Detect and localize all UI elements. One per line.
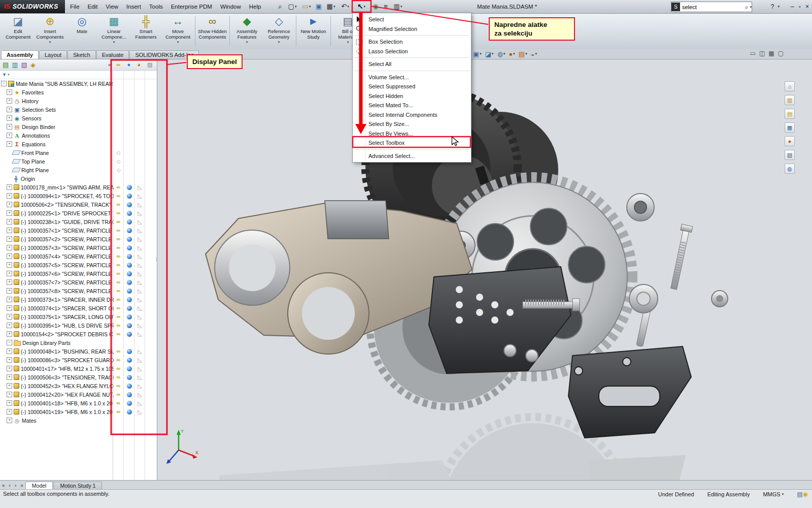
ribbon-edit-component-button[interactable]: ◪Edit Component bbox=[2, 13, 34, 49]
quicktool-print-button[interactable]: ▦▾ bbox=[324, 1, 338, 12]
display-appearance-cell[interactable]: ◺ bbox=[134, 226, 145, 235]
headsup-view-settings-icon[interactable]: ◒▾ bbox=[531, 50, 537, 58]
display-hide-cell[interactable]: ∞ bbox=[113, 192, 124, 200]
display-appearance-cell[interactable]: ◺ bbox=[134, 382, 145, 390]
display-appearance-cell[interactable]: ◺ bbox=[134, 243, 145, 252]
tree-item-top-plane[interactable]: Top Plane bbox=[0, 157, 114, 166]
menu-item-lasso-selection[interactable]: Lasso Selection bbox=[353, 47, 471, 56]
tree-item-selection-sets[interactable]: +▣Selection Sets bbox=[0, 105, 114, 114]
search-caret-icon[interactable]: ▾ bbox=[750, 5, 752, 9]
tab-assembly[interactable]: Assembly bbox=[1, 50, 39, 59]
display-appearance-cell[interactable]: ◺ bbox=[134, 295, 145, 304]
headsup-display-style-icon[interactable]: ◍▾ bbox=[497, 50, 505, 58]
ribbon-linear-compone-button[interactable]: ▦Linear Compone...▾ bbox=[98, 13, 130, 49]
display-appearance-cell[interactable]: ◺ bbox=[134, 312, 145, 321]
tree-expander-icon[interactable]: − bbox=[7, 340, 12, 345]
ribbon-assembly-features-button[interactable]: ◆Assembly Features▾ bbox=[231, 13, 263, 49]
tree-item-10000401-18-hfb-m6-x-1-0-x-20[interactable]: +(-) 10000401<18> "HFB, M6 x 1.0 x 20 bbox=[0, 399, 114, 407]
menu-item-box-selection[interactable]: Box Selection bbox=[353, 37, 471, 47]
tree-item-10000357-5-screw-particle-b[interactable]: +(-) 10000357<5> "SCREW, PARTICLE B bbox=[0, 261, 114, 269]
display-mode-cell[interactable] bbox=[124, 243, 134, 252]
eye-link[interactable] bbox=[629, 284, 658, 347]
display-appearance-cell[interactable]: ◺ bbox=[134, 356, 145, 364]
quicktool-file-properties-button[interactable]: ≡ bbox=[381, 1, 391, 12]
display-appearance-cell[interactable]: ◺ bbox=[134, 287, 145, 295]
display-appearance-cell[interactable]: ◺ bbox=[134, 192, 145, 200]
display-appearance-cell[interactable]: ◺ bbox=[134, 347, 145, 356]
menu-help[interactable]: Help bbox=[245, 0, 265, 13]
display-mode-cell[interactable] bbox=[124, 278, 134, 287]
tree-item-10000357-4-screw-particle-b[interactable]: +(-) 10000357<4> "SCREW, PARTICLE B bbox=[0, 252, 114, 261]
taskpane-file-explorer-icon[interactable]: ▤ bbox=[785, 109, 795, 119]
display-hide-cell[interactable]: ∞ bbox=[113, 217, 124, 226]
ribbon-move-component-button[interactable]: ↔Move Component▾ bbox=[162, 13, 194, 49]
display-appearance-cell[interactable]: ◺ bbox=[134, 209, 145, 217]
display-hide-cell[interactable]: ∞ bbox=[113, 407, 124, 416]
display-hide-cell[interactable]: ∞ bbox=[113, 373, 124, 382]
headsup-appearances-icon[interactable]: ●▾ bbox=[509, 50, 515, 58]
tree-item-10000238-1-guide-drive-trac[interactable]: +(-) 10000238<1> "GUIDE, DRIVE TRAC bbox=[0, 217, 114, 226]
tab-scroll-last-button[interactable]: » bbox=[18, 483, 25, 488]
display-appearance-cell[interactable]: ◺ bbox=[134, 330, 145, 338]
tree-item-front-plane[interactable]: Front Plane bbox=[0, 148, 114, 157]
display-hide-cell[interactable]: ∞ bbox=[113, 278, 124, 287]
tree-expander-icon[interactable]: + bbox=[7, 245, 12, 250]
tree-item-10000357-2-screw-particle-b[interactable]: +(-) 10000357<2> "SCREW, PARTICLE B bbox=[0, 235, 114, 243]
menu-item-select-internal-components[interactable]: Select Internal Components bbox=[353, 110, 471, 120]
tree-expander-icon[interactable]: + bbox=[7, 98, 12, 104]
display-appearance-cell[interactable]: ◺ bbox=[134, 269, 145, 278]
display-appearance-cell[interactable]: ◺ bbox=[134, 200, 145, 209]
tab-layout[interactable]: Layout bbox=[39, 50, 67, 59]
display-appearance-cell[interactable]: ◺ bbox=[134, 261, 145, 269]
quicktool-save-button[interactable]: ▣ bbox=[314, 1, 324, 12]
tree-expander-icon[interactable]: + bbox=[7, 262, 12, 268]
display-hide-cell[interactable]: ∞ bbox=[113, 364, 124, 373]
display-hide-cell[interactable]: ∞ bbox=[113, 287, 124, 295]
display-mode-cell[interactable] bbox=[124, 269, 134, 278]
tree-expander-icon[interactable]: + bbox=[7, 89, 12, 95]
viewport-pane-1-icon[interactable]: ▭ bbox=[750, 50, 756, 57]
tree-expander-icon[interactable]: + bbox=[7, 210, 12, 216]
taskpane-custom-properties-icon[interactable]: ▧ bbox=[785, 150, 795, 160]
tree-item-design-binder[interactable]: +▤Design Binder bbox=[0, 122, 114, 131]
display-mode-cell[interactable] bbox=[124, 312, 134, 321]
tree-expander-icon[interactable]: + bbox=[7, 219, 12, 225]
tab-scroll-next-button[interactable]: › bbox=[13, 483, 18, 488]
filter-caret-icon[interactable]: ▾ bbox=[8, 73, 10, 77]
menu-item-magnified-selection[interactable]: Magnified Selection bbox=[353, 24, 471, 34]
display-mode-cell[interactable] bbox=[124, 304, 134, 312]
panel-splitter[interactable]: ⋮ bbox=[154, 257, 159, 262]
close-window-button[interactable]: × bbox=[805, 0, 809, 13]
tree-expander-icon[interactable]: + bbox=[7, 193, 12, 199]
display-hide-cell[interactable]: ∞ bbox=[113, 200, 124, 209]
display-mode-cell[interactable] bbox=[124, 235, 134, 243]
search-icon[interactable]: ⌕ bbox=[745, 4, 750, 11]
tree-expander-icon[interactable]: + bbox=[7, 107, 12, 112]
menu-item-select-all[interactable]: Select All bbox=[353, 59, 471, 69]
display-hide-cell[interactable]: ∞ bbox=[113, 243, 124, 252]
tree-item-10000154-2-sprocket-debris-c[interactable]: +10000154<2> "SPROCKET DEBRIS C bbox=[0, 330, 114, 338]
display-appearance-cell[interactable]: ◺ bbox=[134, 183, 145, 192]
graphics-viewport[interactable]: Y X ⌂▥▤▦●▧◍ bbox=[158, 59, 812, 481]
display-mode-cell[interactable] bbox=[124, 192, 134, 200]
help-caret-icon[interactable]: ▾ bbox=[777, 0, 780, 13]
tree-expander-icon[interactable]: + bbox=[7, 418, 12, 423]
taskpane-view-palette-icon[interactable]: ▦ bbox=[785, 122, 795, 133]
panel-collapse-button[interactable]: « bbox=[108, 61, 111, 68]
tree-expander-icon[interactable]: + bbox=[7, 141, 12, 147]
tree-item-10000452-3-hex-flange-nylo[interactable]: +(-) 10000452<3> "HEX FLANGE NYLO bbox=[0, 382, 114, 390]
display-appearance-cell[interactable]: ◺ bbox=[134, 304, 145, 312]
tree-item-10000506-2-tensioner-track[interactable]: +10000506<2> "TENSIONER, TRACK" bbox=[0, 200, 114, 209]
quicktool-open-button[interactable]: ▭▾ bbox=[299, 1, 314, 12]
display-appearance-cell[interactable]: ◺ bbox=[134, 373, 145, 382]
menu-window[interactable]: Window bbox=[216, 0, 245, 13]
taskpane-appearances-icon[interactable]: ● bbox=[785, 136, 795, 146]
hide-show-header-icon[interactable]: ∞ bbox=[117, 61, 121, 68]
display-mode-cell[interactable] bbox=[124, 321, 134, 330]
display-appearance-cell[interactable]: ◺ bbox=[134, 364, 145, 373]
tree-expander-icon[interactable]: + bbox=[7, 374, 12, 380]
tree-item-10000401-19-hfb-m6-x-1-0-x-20[interactable]: +(-) 10000401<19> "HFB, M6 x 1.0 x 20 bbox=[0, 407, 114, 416]
tree-expander-icon[interactable]: + bbox=[7, 400, 12, 406]
tree-expander-icon[interactable]: + bbox=[7, 124, 12, 130]
taskpane-forum-icon[interactable]: ◍ bbox=[785, 164, 795, 174]
